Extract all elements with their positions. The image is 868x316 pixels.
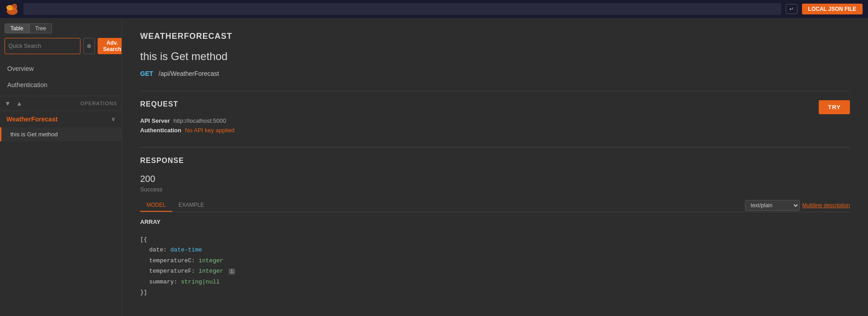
sidebar: Table Tree ⊕ Adv. Search Overview Authen…: [0, 18, 122, 316]
search-icon-button[interactable]: ⊕: [83, 38, 95, 54]
search-row: ⊕ Adv. Search: [5, 38, 117, 54]
request-info: API Server http://localhost:5000 Authent…: [140, 117, 850, 134]
api-method-item[interactable]: this is Get method: [0, 127, 122, 141]
code-line-summary: summary: string|null: [140, 277, 850, 287]
request-heading: REQUEST: [140, 100, 850, 108]
response-desc: Success: [140, 186, 850, 193]
method-badge: GET: [140, 70, 153, 77]
method-path: /api/WeatherForecast: [159, 70, 219, 77]
request-section: REQUEST API Server http://localhost:5000…: [140, 100, 850, 134]
divider-1: [140, 91, 850, 91]
content-area: WEATHERFORECAST this is Get method GET /…: [122, 18, 868, 316]
local-json-button[interactable]: LOCAL JSON FILE: [802, 4, 863, 14]
method-title: this is Get method: [140, 50, 850, 63]
model-tabs-left: MODEL EXAMPLE: [140, 199, 210, 212]
divider-2: [140, 147, 850, 148]
sidebar-item-overview[interactable]: Overview: [0, 60, 122, 77]
api-group-weatherforecast: WeatherForecast ∨ this is Get method: [0, 111, 122, 141]
sidebar-operations-section: ▼ ▲ OPERATIONS: [0, 96, 122, 111]
quick-search-input[interactable]: [5, 38, 80, 54]
format-select[interactable]: text/plain application/json: [745, 200, 800, 211]
api-server-label: API Server: [140, 117, 170, 124]
auth-label: Authentication: [140, 127, 181, 134]
tab-model[interactable]: MODEL: [140, 199, 172, 212]
auth-value: No API key applied: [185, 127, 235, 134]
sidebar-nav: Overview Authentication: [0, 58, 122, 96]
enter-button[interactable]: ↵: [786, 4, 797, 14]
ops-label: OPERATIONS: [80, 101, 117, 106]
sidebar-top: Table Tree ⊕ Adv. Search: [0, 18, 122, 58]
info-badge: i: [229, 269, 235, 274]
endpoint-title: WEATHERFORECAST: [140, 32, 850, 41]
code-line-tempf: temperatureF: integer i: [140, 266, 850, 276]
api-server-row: API Server http://localhost:5000: [140, 117, 850, 124]
multiline-description-link[interactable]: Multiline description: [802, 202, 850, 209]
tab-table[interactable]: Table: [5, 23, 29, 33]
tab-tree[interactable]: Tree: [29, 23, 52, 33]
logo-icon: [5, 2, 19, 16]
svg-point-2: [12, 4, 17, 10]
api-group-header[interactable]: WeatherForecast ∨: [0, 111, 122, 127]
method-path-row: GET /api/WeatherForecast: [140, 70, 850, 77]
model-tabs-row: MODEL EXAMPLE text/plain application/jso…: [140, 199, 850, 212]
array-label: ARRAY: [140, 218, 850, 225]
api-group-name: WeatherForecast: [6, 116, 57, 123]
code-line-date: date: date-time: [140, 245, 850, 255]
sidebar-item-authentication[interactable]: Authentication: [0, 77, 122, 93]
code-block: [{ date: date-time temperatureC: integer…: [140, 230, 850, 302]
adv-search-button[interactable]: Adv. Search: [98, 38, 122, 54]
code-line-open: [{: [140, 234, 850, 245]
ops-arrows: ▼ ▲: [3, 99, 24, 108]
auth-row: Authentication No API key applied: [140, 127, 850, 134]
url-input[interactable]: /v1/api-docs: [24, 3, 781, 15]
api-server-value: http://localhost:5000: [174, 117, 226, 124]
arrow-down-button[interactable]: ▼: [3, 99, 13, 108]
response-code: 200: [140, 174, 850, 184]
response-section: RESPONSE 200 Success MODEL EXAMPLE text/…: [140, 157, 850, 302]
topbar: /v1/api-docs ↵ LOCAL JSON FILE: [0, 0, 868, 18]
code-line-close: }]: [140, 287, 850, 297]
arrow-up-button[interactable]: ▲: [14, 99, 24, 108]
ops-header: ▼ ▲ OPERATIONS: [0, 96, 122, 111]
try-button[interactable]: TRY: [819, 100, 850, 114]
response-heading: RESPONSE: [140, 157, 850, 165]
view-tabs: Table Tree: [5, 23, 117, 33]
chevron-down-icon: ∨: [111, 116, 115, 122]
main-layout: Table Tree ⊕ Adv. Search Overview Authen…: [0, 18, 868, 316]
format-select-container: text/plain application/json Multiline de…: [745, 200, 850, 211]
code-line-tempc: temperatureC: integer: [140, 256, 850, 266]
tab-example[interactable]: EXAMPLE: [172, 199, 211, 212]
